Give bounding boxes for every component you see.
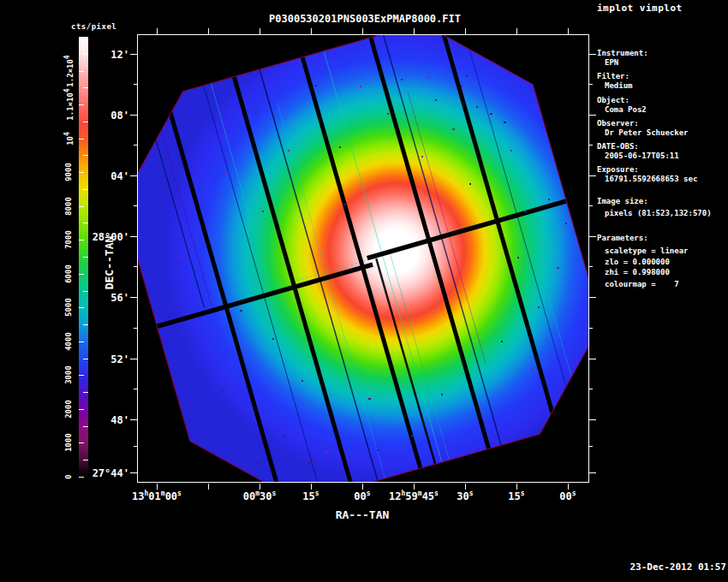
dec-minor-tick-right (589, 446, 593, 447)
dec-tick-label: 52' (110, 353, 129, 365)
bad-pixel-speckle (504, 122, 506, 123)
dec-tick (130, 175, 137, 176)
bad-pixel-speckle (524, 211, 527, 212)
info-value: 2005-06-17T05:11 (605, 151, 679, 160)
dec-tick-right (589, 297, 596, 298)
dec-tick (130, 472, 137, 473)
dec-minor-tick-right (589, 84, 593, 85)
ra-tick-label: 15s (508, 490, 524, 502)
bad-pixel-speckle (288, 150, 289, 151)
info-label: Parameters: (597, 234, 648, 242)
ra-tick (465, 484, 466, 490)
bad-pixel-speckle (517, 257, 519, 258)
bad-pixel-speckle (339, 146, 341, 148)
dec-tick-label: 04' (110, 170, 129, 182)
colorbar-tick (79, 206, 84, 207)
bad-pixel-speckle (411, 435, 414, 436)
bad-pixel-speckle (435, 99, 437, 101)
bad-pixel-speckle (531, 368, 533, 370)
dec-minor-tick-right (589, 328, 593, 329)
exposure-map-image[interactable] (138, 35, 588, 482)
colorbar-tick (79, 477, 84, 478)
colorbar-minor-tick (83, 122, 88, 122)
colorbar-minor-tick (83, 359, 88, 359)
ra-tick-top (157, 28, 158, 34)
bad-pixel-speckle (262, 211, 264, 212)
ra-tick (157, 484, 158, 490)
dec-tick-right (589, 236, 596, 237)
colorbar-minor-tick (83, 223, 88, 223)
ra-tick-label: 00s (559, 490, 576, 502)
info-label: Image size: (597, 197, 648, 205)
colorbar-tick-label: 1.2×104 (63, 55, 75, 86)
bad-pixel-speckle (360, 86, 361, 87)
colorbar-tick-label: 5000 (64, 298, 73, 317)
ra-tick-label: 12h59m45s (389, 490, 439, 502)
colorbar-tick (79, 274, 84, 275)
ra-tick-top (362, 28, 363, 34)
x-axis-title: RA---TAN (336, 508, 390, 521)
bad-pixel-speckle (368, 398, 371, 400)
info-label: DATE-OBS: (597, 142, 639, 151)
colorbar-minor-tick (83, 257, 88, 258)
dec-tick-right (589, 359, 596, 359)
colorbar-tick (79, 71, 84, 72)
bad-pixel-speckle (224, 174, 226, 175)
bad-pixel-speckle (501, 341, 503, 342)
ra-tick (208, 484, 209, 490)
dec-tick-right (589, 115, 596, 116)
dec-minor-tick-right (589, 145, 593, 146)
colorbar-tick-label: 1.1×104 (63, 88, 75, 120)
app-title: implot vimplot (597, 3, 683, 14)
info-value: Dr Peter Schuecker (605, 128, 689, 137)
colorbar-tick (79, 375, 84, 376)
ra-tick-label: 30s (456, 490, 473, 502)
bad-pixel-speckle (510, 150, 512, 151)
colorbar-minor-tick (83, 324, 88, 325)
render-timestamp: 23-Dec-2012 01:57 (630, 561, 726, 573)
bad-pixel-speckle (199, 122, 200, 123)
ra-tick-top (568, 28, 569, 34)
dec-minor-tick (134, 205, 137, 206)
colorbar-title: cts/pixel (71, 22, 116, 31)
colorbar-tick (79, 341, 84, 342)
bad-pixel-speckle (325, 452, 328, 454)
plot-title: P0300530201PNS003ExPMAP8000.FIT (269, 13, 461, 25)
ra-tick-top (311, 28, 312, 34)
bad-pixel-speckle (221, 390, 223, 392)
dec-tick-right (589, 419, 596, 420)
bad-pixel-speckle (344, 204, 346, 205)
colorbar-tick (79, 442, 84, 443)
info-label: Exposure: (597, 165, 639, 174)
y-axis-title: DEC--TAN (103, 236, 116, 290)
colorbar-tick-label: 6000 (64, 264, 73, 283)
dec-tick (130, 54, 137, 55)
bad-pixel-speckle (401, 79, 403, 80)
bad-pixel-speckle (492, 77, 494, 79)
colorbar-minor-tick (83, 392, 88, 393)
colorbar-minor-tick (83, 87, 88, 88)
colorbar-tick-label: 104 (63, 132, 75, 146)
ra-tick-label: 15s (302, 490, 319, 502)
dec-tick-label: 48' (110, 414, 129, 426)
bad-pixel-speckle (308, 462, 311, 464)
colorbar-tick-label: 7000 (64, 230, 73, 249)
bad-pixel-speckle (469, 183, 471, 185)
info-label: Observer: (597, 119, 639, 128)
bad-pixel-speckle (466, 75, 468, 77)
ra-tick-label: 00s (354, 490, 370, 502)
colorbar-tick-label: 2000 (64, 400, 73, 419)
dec-minor-tick (134, 84, 137, 85)
dec-minor-tick (134, 266, 137, 267)
dec-tick (130, 236, 137, 237)
colorbar-minor-tick (83, 291, 88, 292)
bad-pixel-speckle (441, 394, 443, 395)
info-param: zhi = 0.998000 (605, 268, 670, 276)
bad-pixel-speckle (255, 111, 257, 113)
bad-pixel-speckle (315, 85, 317, 86)
bad-pixel-speckle (490, 113, 492, 115)
info-label: Object: (597, 96, 630, 104)
ra-tick-top (260, 28, 260, 34)
ra-tick-label: 00m30s (243, 490, 277, 502)
dec-tick-label: 12' (110, 49, 129, 61)
